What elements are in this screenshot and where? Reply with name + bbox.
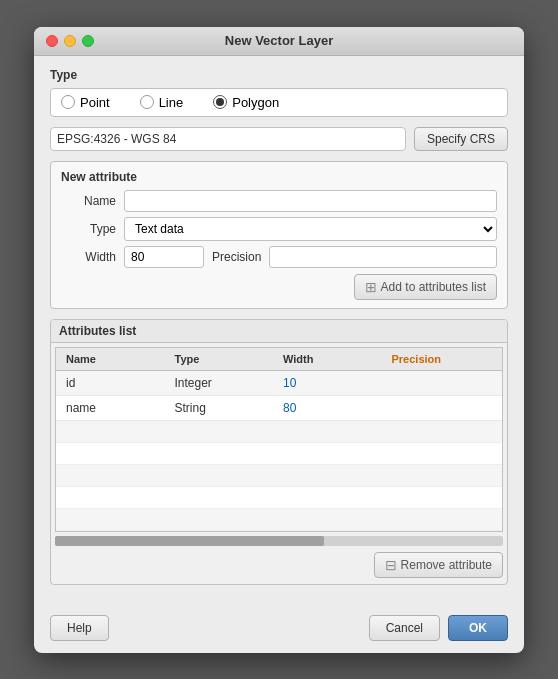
width-precision-row: Width Precision <box>61 246 497 268</box>
remove-icon: ⊟ <box>385 557 397 573</box>
row-1-width: 80 <box>279 399 388 417</box>
table-header: Name Type Width Precision <box>56 348 502 371</box>
col-type-header: Type <box>171 351 280 367</box>
cancel-button[interactable]: Cancel <box>369 615 440 641</box>
maximize-button[interactable] <box>82 35 94 47</box>
radio-point[interactable]: Point <box>61 95 110 110</box>
col-name-header: Name <box>62 351 171 367</box>
width-label: Width <box>61 250 116 264</box>
radio-point-label: Point <box>80 95 110 110</box>
type-row: Type Text data Whole number Decimal numb… <box>61 217 497 241</box>
name-row: Name <box>61 190 497 212</box>
radio-polygon-indicator <box>213 95 227 109</box>
col-width-header: Width <box>279 351 388 367</box>
help-button[interactable]: Help <box>50 615 109 641</box>
row-1-precision <box>388 399 497 417</box>
footer: Help Cancel OK <box>34 607 524 653</box>
empty-table-row <box>56 443 502 465</box>
empty-table-row <box>56 421 502 443</box>
add-btn-row: ⊞ Add to attributes list <box>61 274 497 300</box>
dialog-window: New Vector Layer Type Point Line Polygon… <box>34 27 524 653</box>
add-to-attributes-button[interactable]: ⊞ Add to attributes list <box>354 274 497 300</box>
ok-button[interactable]: OK <box>448 615 508 641</box>
radio-line-label: Line <box>159 95 184 110</box>
minimize-button[interactable] <box>64 35 76 47</box>
attributes-list-section: Attributes list Name Type Width Precisio… <box>50 319 508 585</box>
row-1-name: name <box>62 399 171 417</box>
footer-right: Cancel OK <box>369 615 508 641</box>
new-attribute-box: New attribute Name Type Text data Whole … <box>50 161 508 309</box>
type-section-label: Type <box>50 68 508 82</box>
precision-input[interactable] <box>269 246 497 268</box>
attributes-list-title: Attributes list <box>51 320 507 343</box>
width-input[interactable] <box>124 246 204 268</box>
horizontal-scrollbar[interactable] <box>55 536 503 546</box>
crs-input[interactable] <box>50 127 406 151</box>
row-1-type: String <box>171 399 280 417</box>
radio-line-indicator <box>140 95 154 109</box>
add-btn-label: Add to attributes list <box>381 280 486 294</box>
specify-crs-button[interactable]: Specify CRS <box>414 127 508 151</box>
add-icon: ⊞ <box>365 279 377 295</box>
radio-line[interactable]: Line <box>140 95 184 110</box>
radio-point-indicator <box>61 95 75 109</box>
remove-btn-row: ⊟ Remove attribute <box>51 548 507 584</box>
col-precision-header: Precision <box>388 351 497 367</box>
empty-table-row <box>56 487 502 509</box>
scrollbar-thumb <box>55 536 324 546</box>
radio-polygon-label: Polygon <box>232 95 279 110</box>
name-input[interactable] <box>124 190 497 212</box>
content-area: Type Point Line Polygon Specify CRS New … <box>34 56 524 607</box>
traffic-lights <box>46 35 94 47</box>
empty-table-row <box>56 509 502 531</box>
row-0-precision <box>388 374 497 392</box>
crs-row: Specify CRS <box>50 127 508 151</box>
name-label: Name <box>61 194 116 208</box>
type-label: Type <box>61 222 116 236</box>
row-0-width: 10 <box>279 374 388 392</box>
row-0-type: Integer <box>171 374 280 392</box>
titlebar: New Vector Layer <box>34 27 524 56</box>
precision-label: Precision <box>212 250 261 264</box>
type-select[interactable]: Text data Whole number Decimal number Da… <box>124 217 497 241</box>
window-title: New Vector Layer <box>225 33 333 48</box>
remove-btn-label: Remove attribute <box>401 558 492 572</box>
table-row[interactable]: id Integer 10 <box>56 371 502 396</box>
close-button[interactable] <box>46 35 58 47</box>
table-row[interactable]: name String 80 <box>56 396 502 421</box>
radio-polygon[interactable]: Polygon <box>213 95 279 110</box>
remove-attribute-button[interactable]: ⊟ Remove attribute <box>374 552 503 578</box>
type-radio-group: Point Line Polygon <box>50 88 508 117</box>
empty-table-row <box>56 465 502 487</box>
row-0-name: id <box>62 374 171 392</box>
attributes-table: Name Type Width Precision id Integer 10 … <box>55 347 503 532</box>
new-attribute-title: New attribute <box>61 170 497 184</box>
